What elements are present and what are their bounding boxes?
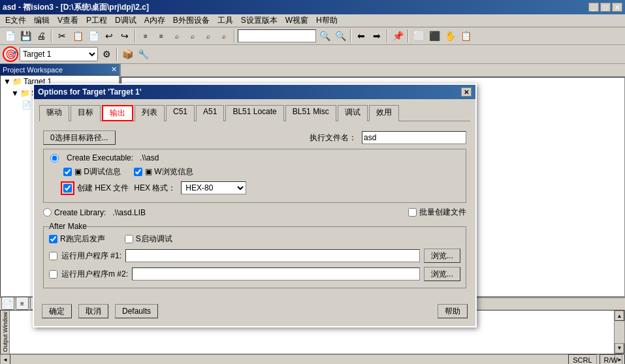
batch-build-check-label: 批量创建文件 [408, 207, 466, 218]
run-user1-label: 运行用户程序 #1: [61, 250, 121, 262]
tb-search1[interactable]: ⌕ [170, 29, 184, 43]
tb-search4[interactable]: ⌕ [217, 29, 231, 43]
status-rw: R/W [600, 354, 622, 365]
ok-button[interactable]: 确定 [42, 304, 72, 318]
menu-tools[interactable]: 工具 [214, 14, 237, 27]
tab-debug[interactable]: 调试 [338, 105, 368, 121]
run-user1-checkbox[interactable] [49, 252, 57, 260]
status-scrl: SCRL [568, 354, 596, 365]
hex-format-label: HEX 格式： [134, 183, 176, 194]
tab-bl51locate[interactable]: BL51 Locate [225, 105, 283, 121]
exec-file-label: 执行文件名： [310, 132, 357, 144]
tb-view1[interactable]: ⬜ [411, 29, 426, 43]
tb-paste[interactable]: 📄 [86, 29, 101, 43]
menu-windows[interactable]: W视窗 [281, 14, 312, 27]
separator-1 [51, 29, 52, 42]
tb-settings[interactable]: ⚙ [99, 47, 114, 61]
start-debug-checkbox[interactable] [125, 235, 133, 243]
tb-forward[interactable]: ➡ [370, 29, 384, 43]
hscroll-left[interactable]: ◄ [0, 354, 10, 364]
tb-list[interactable]: 📋 [458, 29, 473, 43]
separator-6 [408, 29, 409, 42]
create-executable-section: Create Executable: .\\asd ▣ D调试信息 ▣ W浏览信… [43, 149, 466, 203]
target-dropdown[interactable]: Target 1 [20, 47, 98, 61]
toolbar-2: 🎯 Target 1 ⚙ 📦 🔧 [0, 45, 625, 64]
tab-a51[interactable]: A51 [196, 105, 224, 121]
tb-copy[interactable]: 📋 [71, 29, 85, 43]
tb-target-icon[interactable]: 🎯 [3, 46, 18, 62]
batch-build-checkbox[interactable] [408, 208, 417, 217]
scroll-track[interactable] [615, 321, 624, 343]
exec-file-input[interactable] [362, 131, 466, 144]
tb-new[interactable]: 📄 [3, 29, 17, 43]
tab-driver[interactable]: 驱动 [39, 105, 69, 121]
tb-undo[interactable]: ↩ [102, 29, 116, 43]
create-exec-radio[interactable] [50, 154, 59, 162]
menu-settings[interactable]: S设置版本 [237, 14, 281, 27]
browse-info-checkbox[interactable] [134, 168, 142, 176]
tb-redo[interactable]: ↪ [118, 29, 132, 43]
run-user1-input[interactable] [125, 249, 420, 262]
menu-edit[interactable]: 编辑 [30, 14, 54, 27]
scroll-down[interactable]: ▼ [615, 343, 624, 354]
menu-project[interactable]: P工程 [82, 14, 111, 27]
dialog-tabs: 驱动 目标 输出 列表 C51 A51 BL51 Locate BL51 Mis… [39, 104, 470, 121]
options-dialog: Options for Target 'Target 1' ✕ 驱动 目标 输出… [33, 83, 477, 327]
tb-save[interactable]: 💾 [18, 29, 33, 43]
hex-format-select[interactable]: HEX-80 HEX-386 [181, 181, 246, 194]
tb-find[interactable]: 🔍 [317, 29, 332, 43]
minimize-button[interactable]: _ [588, 3, 599, 12]
tab-target[interactable]: 目标 [71, 105, 101, 121]
create-hex-checkbox[interactable] [63, 184, 72, 192]
menu-help[interactable]: H帮助 [312, 14, 342, 27]
select-path-button[interactable]: 0选择目标路径... [43, 130, 116, 145]
menu-memory[interactable]: A内存 [140, 14, 169, 27]
tb-search2[interactable]: ⌕ [185, 29, 200, 43]
menu-view[interactable]: V查看 [54, 14, 82, 27]
tb-print[interactable]: 🖨 [34, 29, 48, 43]
tb-indent[interactable]: ≡ [138, 29, 153, 43]
row-debug-browse: ▣ D调试信息 ▣ W浏览信息 [50, 166, 459, 177]
after-make-section: After Make R跑完后发声 S启动调试 [43, 222, 466, 288]
run-user2-checkbox[interactable] [49, 270, 57, 279]
maximize-button[interactable]: □ [600, 3, 611, 12]
tb-find2[interactable]: 🔍 [333, 29, 347, 43]
scroll-up[interactable]: ▲ [615, 311, 624, 321]
browse-user2-button[interactable]: 浏览... [424, 267, 460, 281]
cancel-button[interactable]: 取消 [78, 304, 108, 318]
tb-bookmark[interactable]: 📌 [391, 29, 405, 43]
menu-bar: E文件 编辑 V查看 P工程 D调试 A内存 B外围设备 工具 S设置版本 W视… [0, 14, 625, 27]
tab-output[interactable]: 输出 [102, 105, 133, 121]
menu-file[interactable]: E文件 [1, 14, 30, 27]
dialog-content: 0选择目标路径... 执行文件名： Create Executable: .\\… [39, 127, 470, 295]
row-path: 0选择目标路径... 执行文件名： [43, 130, 466, 145]
tb-extra1[interactable]: 📦 [120, 47, 135, 61]
tab-c51[interactable]: C51 [166, 105, 195, 121]
tab-list[interactable]: 列表 [135, 105, 165, 121]
close-button[interactable]: ✕ [612, 3, 622, 12]
browse-user1-button[interactable]: 浏览... [424, 249, 460, 263]
run-user2-input[interactable] [132, 267, 420, 281]
tb-search3[interactable]: ⌕ [201, 29, 216, 43]
beep-checkbox[interactable] [49, 235, 57, 243]
output-btn2[interactable]: ≡ [16, 297, 29, 310]
output-btn1[interactable]: 📄 [1, 297, 14, 310]
tb-cut[interactable]: ✂ [55, 29, 69, 43]
tab-bl51misc[interactable]: BL51 Misc [285, 105, 336, 121]
search-field[interactable] [238, 29, 316, 42]
menu-debug[interactable]: D调试 [111, 14, 140, 27]
tb-outdent[interactable]: ≡ [154, 29, 168, 43]
tab-utility[interactable]: 效用 [369, 105, 399, 121]
defaults-button[interactable]: Defaults [115, 304, 158, 318]
tb-extra2[interactable]: 🔧 [136, 47, 150, 61]
tb-back[interactable]: ⬅ [354, 29, 368, 43]
tb-hand[interactable]: ✋ [443, 29, 457, 43]
dialog-close-button[interactable]: ✕ [461, 87, 472, 97]
create-exec-label: Create Executable: .\\asd [67, 153, 159, 162]
debug-info-checkbox[interactable] [63, 168, 72, 176]
tb-view2[interactable]: ⬛ [427, 29, 441, 43]
create-lib-radio[interactable] [43, 208, 52, 217]
help-button[interactable]: 帮助 [438, 304, 468, 318]
output-scrollbar[interactable]: ▲ ▼ [614, 311, 624, 354]
menu-peripherals[interactable]: B外围设备 [169, 14, 214, 27]
